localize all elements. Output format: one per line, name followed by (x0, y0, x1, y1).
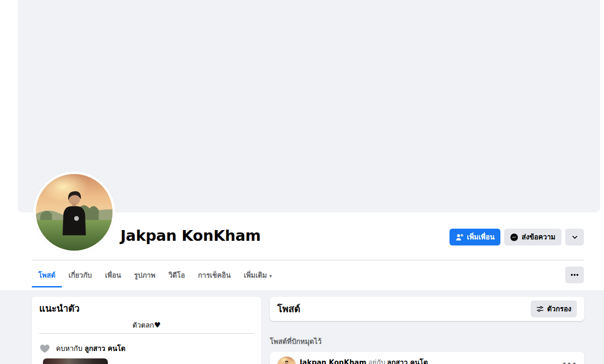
messenger-icon (510, 233, 518, 241)
relationship-partner-link[interactable]: ลูกสาว คนโต (84, 344, 126, 353)
pinned-post-card: Jakpan KonKhamอยู่กับลูกสาว คนโต ••• (270, 352, 584, 364)
ellipsis-icon (571, 274, 573, 276)
add-friend-button[interactable]: เพิ่มเพื่อน (449, 229, 500, 245)
posts-filter-button[interactable]: ตัวกรอง (531, 301, 577, 317)
tab-checkins[interactable]: การเช็คอิน (191, 260, 237, 290)
tab-friends-label: เพื่อน (105, 270, 121, 281)
right-column: โพสต์ ตัวกรอง โพสต์ที่ปักหมุดไว้ (270, 297, 584, 364)
add-friend-label: เพิ่มเพื่อน (467, 231, 494, 243)
tab-about[interactable]: เกี่ยวกับ (62, 260, 98, 290)
tab-checkins-label: การเช็คอิน (198, 270, 231, 281)
pinned-posts-section-label: โพสต์ที่ปักหมุดไว้ (270, 337, 584, 346)
posts-header-card: โพสต์ ตัวกรอง (270, 297, 584, 321)
caret-down-icon: ▾ (269, 273, 272, 279)
tab-friends[interactable]: เพื่อน (98, 260, 127, 290)
filter-label: ตัวกรอง (547, 303, 571, 315)
filters-sliders-icon (536, 305, 544, 313)
bio-text: ตัวตลก (133, 321, 154, 329)
tab-posts[interactable]: โพสต์ (32, 260, 62, 290)
intro-card: แนะนำตัว ตัวตลก♥ คบหากับ ลูกสาว คนโต (32, 297, 261, 364)
post-author-avatar[interactable] (277, 357, 296, 364)
post-menu-ellipsis-button[interactable]: ••• (562, 360, 577, 364)
tab-photos-label: รูปภาพ (134, 270, 155, 281)
intro-bio: ตัวตลก♥ (39, 321, 254, 329)
send-message-label: ส่งข้อความ (521, 231, 555, 243)
more-actions-chevron-button[interactable] (565, 229, 584, 245)
post-tagged-name[interactable]: ลูกสาว คนโต (387, 358, 428, 364)
tab-videos-label: วิดีโอ (169, 270, 185, 281)
profile-photo-scene (36, 174, 112, 251)
profile-name: Jakpan KonKham (120, 227, 261, 245)
tab-about-label: เกี่ยวกับ (69, 270, 92, 281)
profile-tab-bar: โพสต์ เกี่ยวกับ เพื่อน รูปภาพ วิดีโอ การ… (32, 260, 279, 290)
chevron-down-icon (571, 234, 578, 241)
profile-picture[interactable] (33, 171, 115, 253)
tab-videos[interactable]: วิดีโอ (162, 260, 191, 290)
post-author-name[interactable]: Jakpan KonKham (300, 358, 366, 364)
feed-columns: แนะนำตัว ตัวตลก♥ คบหากับ ลูกสาว คนโต (32, 297, 584, 364)
posts-title: โพสต์ (277, 301, 300, 316)
intro-title: แนะนำตัว (39, 302, 254, 315)
facebook-profile-page: Jakpan KonKham เพิ่มเพื่อน ส่งข้อความ (0, 0, 604, 364)
black-heart-icon: ♥ (154, 321, 161, 329)
send-message-button[interactable]: ส่งข้อความ (504, 229, 562, 245)
featured-photo-thumbnail[interactable] (43, 358, 108, 364)
person-plus-icon (456, 233, 464, 241)
tab-posts-label: โพสต์ (38, 270, 56, 281)
profile-action-buttons: เพิ่มเพื่อน ส่งข้อความ (449, 229, 584, 245)
tab-photos[interactable]: รูปภาพ (127, 260, 162, 290)
tab-more-label: เพิ่มเติม (244, 270, 267, 281)
left-column: แนะนำตัว ตัวตลก♥ คบหากับ ลูกสาว คนโต (32, 297, 261, 364)
divider (39, 333, 254, 334)
profile-more-options-button[interactable] (565, 266, 584, 283)
relationship-prefix: คบหากับ (56, 344, 82, 353)
relationship-text: คบหากับ ลูกสาว คนโต (56, 343, 126, 354)
heart-icon (39, 343, 50, 354)
relationship-row: คบหากับ ลูกสาว คนโต (39, 343, 254, 354)
post-context-text: อยู่กับ (368, 358, 385, 364)
post-header: Jakpan KonKhamอยู่กับลูกสาว คนโต (300, 358, 562, 364)
tab-more[interactable]: เพิ่มเติม ▾ (237, 260, 278, 290)
post-avatar-scene (277, 357, 296, 364)
cover-photo[interactable] (18, 0, 600, 212)
